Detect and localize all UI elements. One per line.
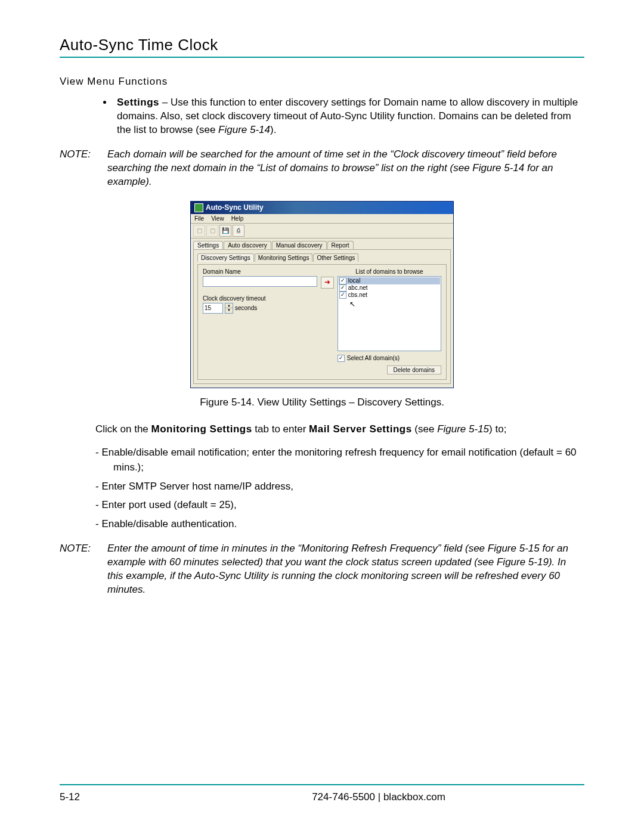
para-text: tab to enter xyxy=(252,423,309,435)
tab-manual-discovery[interactable]: Manual discovery xyxy=(272,241,327,249)
timeout-spinner[interactable]: ▲▼ xyxy=(225,303,233,314)
para-text: ) to; xyxy=(489,423,506,435)
bullet-tail: ). xyxy=(270,124,276,135)
settings-bullet: Settings – Use this function to enter di… xyxy=(113,96,584,137)
discovery-settings-panel: Domain Name Clock discovery timeout 15 ▲… xyxy=(197,264,447,380)
tab-auto-discovery[interactable]: Auto discovery xyxy=(224,241,271,249)
dash-list: Enable/disable email notification; enter… xyxy=(60,445,584,532)
select-all-checkbox[interactable]: ✓ xyxy=(338,355,345,362)
para-monitoring-settings: Click on the Monitoring Settings tab to … xyxy=(60,423,584,436)
domain-item-label: local xyxy=(348,277,361,284)
print-icon[interactable]: ⎙ xyxy=(233,225,244,237)
dash-item: Enable/disable email notification; enter… xyxy=(95,445,584,475)
domain-listbox[interactable]: ✓ local ✓ abc.net ✓ cbs.net ↖ xyxy=(338,276,441,351)
domain-item-label: cbs.net xyxy=(348,292,367,298)
timeout-unit: seconds xyxy=(235,305,257,311)
bullet-label: Settings xyxy=(117,97,159,108)
domain-list-label: List of domains to browse xyxy=(338,268,441,275)
domain-item-cbs[interactable]: ✓ cbs.net xyxy=(339,292,440,299)
note-1: NOTE: Each domain will be searched for t… xyxy=(60,148,584,189)
note-body: Enter the amount of time in minutes in t… xyxy=(107,542,584,597)
bullet-figref: Figure 5-14 xyxy=(218,124,270,135)
cursor-icon: ↖ xyxy=(349,300,440,308)
timeout-value-input[interactable]: 15 xyxy=(203,303,223,314)
footer-sep: | xyxy=(375,791,383,803)
main-tab-row: Settings Auto discovery Manual discovery… xyxy=(191,239,453,249)
para-text: (see xyxy=(412,423,438,435)
toolbar: ▢ ▢ 💾 ⎙ xyxy=(191,224,453,239)
footer-contact: 724-746-5500 | blackbox.com xyxy=(173,791,584,803)
footer-site: blackbox.com xyxy=(383,791,445,803)
page-title: Auto-Sync Time Clock xyxy=(60,36,584,54)
app-icon xyxy=(194,203,203,212)
window-title: Auto-Sync Utility xyxy=(206,203,264,212)
footer-page-number: 5-12 xyxy=(60,791,173,803)
save-icon[interactable]: 💾 xyxy=(219,225,231,237)
subtab-discovery-settings[interactable]: Discovery Settings xyxy=(197,253,254,262)
domain-item-abc[interactable]: ✓ abc.net xyxy=(339,284,440,292)
title-rule xyxy=(60,57,584,58)
window-titlebar: Auto-Sync Utility xyxy=(191,202,453,214)
subtab-monitoring-settings[interactable]: Monitoring Settings xyxy=(255,253,313,262)
toolbar-btn-2[interactable]: ▢ xyxy=(206,225,218,237)
menu-help[interactable]: Help xyxy=(231,215,244,222)
menubar: File View Help xyxy=(191,214,453,224)
dash-item: Enable/disable authentication. xyxy=(95,516,584,532)
footer-rule xyxy=(60,784,584,785)
menu-file[interactable]: File xyxy=(194,215,204,222)
para-figref: Figure 5-15 xyxy=(437,423,489,435)
note-label: NOTE: xyxy=(60,148,107,189)
note-label: NOTE: xyxy=(60,542,107,597)
dash-item: Enter SMTP Server host name/IP address, xyxy=(95,479,584,494)
figure-5-14: Auto-Sync Utility File View Help ▢ ▢ 💾 ⎙… xyxy=(60,201,584,388)
tab-settings[interactable]: Settings xyxy=(193,241,223,249)
footer: 5-12 724-746-5500 | blackbox.com xyxy=(60,784,584,803)
para-text: Click on the xyxy=(95,423,151,435)
bullet-text: – Use this function to enter discovery s… xyxy=(117,97,578,135)
domain-name-input[interactable] xyxy=(203,276,317,287)
select-all-label: Select All domain(s) xyxy=(347,355,400,361)
add-domain-arrow-button[interactable]: ➜ xyxy=(321,277,334,289)
main-panel: Discovery Settings Monitoring Settings O… xyxy=(193,249,451,384)
subtab-other-settings[interactable]: Other Settings xyxy=(313,253,358,262)
timeout-label: Clock discovery timeout xyxy=(203,295,317,302)
toolbar-btn-1[interactable]: ▢ xyxy=(193,225,205,237)
note-2: NOTE: Enter the amount of time in minute… xyxy=(60,542,584,597)
sub-tab-row: Discovery Settings Monitoring Settings O… xyxy=(197,253,447,262)
checkbox-icon[interactable]: ✓ xyxy=(339,284,346,292)
note-body: Each domain will be searched for the amo… xyxy=(107,148,584,189)
app-window: Auto-Sync Utility File View Help ▢ ▢ 💾 ⎙… xyxy=(190,201,454,388)
domain-item-label: abc.net xyxy=(348,284,368,291)
delete-domains-button[interactable]: Delete domains xyxy=(387,366,441,374)
section-heading: View Menu Functions xyxy=(60,76,584,88)
dash-item: Enter port used (default = 25), xyxy=(95,497,584,513)
para-bold-1: Monitoring Settings xyxy=(151,423,252,435)
footer-phone: 724-746-5500 xyxy=(312,791,375,803)
figure-caption: Figure 5-14. View Utility Settings – Dis… xyxy=(60,397,584,408)
tab-report[interactable]: Report xyxy=(327,241,354,249)
checkbox-icon[interactable]: ✓ xyxy=(339,292,346,299)
menu-view[interactable]: View xyxy=(211,215,224,222)
domain-item-local[interactable]: ✓ local xyxy=(339,277,440,284)
domain-name-label: Domain Name xyxy=(203,268,317,275)
checkbox-icon[interactable]: ✓ xyxy=(339,277,346,284)
para-bold-2: Mail Server Settings xyxy=(309,423,412,435)
